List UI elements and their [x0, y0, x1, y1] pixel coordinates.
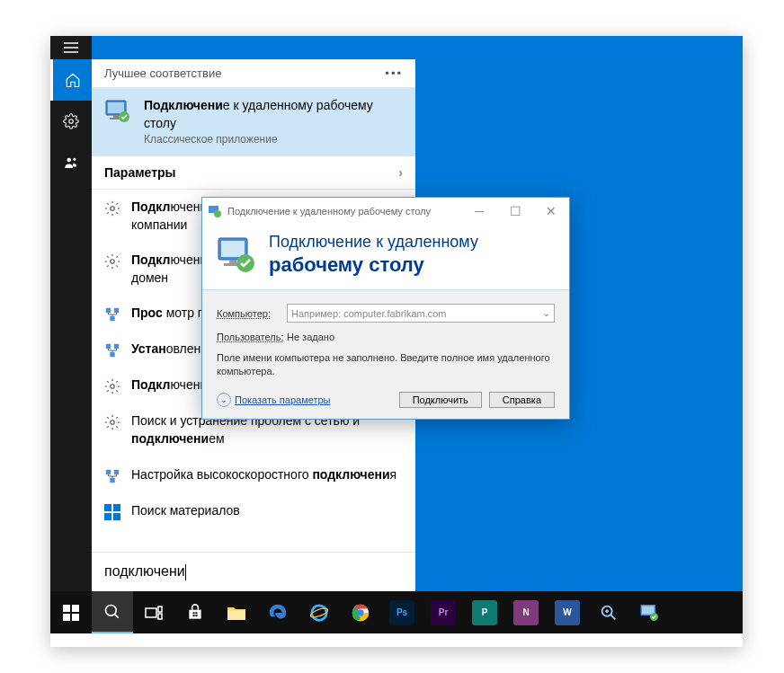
settings-icon: [104, 378, 120, 394]
svg-rect-15: [110, 352, 114, 357]
svg-point-36: [106, 605, 117, 615]
svg-rect-10: [106, 308, 111, 313]
ie-button[interactable]: [298, 591, 340, 633]
svg-point-26: [214, 210, 221, 217]
svg-rect-43: [193, 615, 195, 616]
svg-rect-20: [110, 477, 114, 482]
windows-store-icon: [104, 504, 120, 520]
settings-icon: [104, 306, 120, 323]
rdp-titlebar[interactable]: Подключение к удаленному рабочему столу …: [202, 198, 569, 225]
rdp-icon: [104, 97, 133, 126]
premiere-icon: Pr: [431, 600, 456, 625]
explorer-button[interactable]: [216, 591, 257, 633]
svg-line-51: [610, 615, 615, 619]
minimize-button[interactable]: ─: [461, 198, 497, 225]
edge-button[interactable]: [257, 591, 298, 633]
svg-rect-40: [158, 614, 162, 619]
chevron-down-circle-icon: ⌄: [217, 393, 231, 407]
svg-line-37: [115, 614, 119, 617]
svg-rect-29: [229, 260, 236, 263]
store-result-item[interactable]: Поиск материалов: [92, 493, 415, 529]
store-button[interactable]: [174, 591, 216, 633]
search-input-container: подключени: [92, 552, 415, 591]
rdp-taskbar-icon: [639, 602, 661, 624]
maximize-button[interactable]: ☐: [497, 198, 533, 225]
computer-placeholder: Например: computer.fabrikam.com: [291, 308, 447, 319]
magnifier-icon: [599, 603, 619, 623]
start-button[interactable]: [50, 591, 92, 633]
svg-rect-34: [63, 614, 70, 621]
rdp-body: Компьютер: Например: computer.fabrikam.c…: [202, 291, 569, 419]
chevron-down-icon: ⌄: [542, 307, 550, 319]
sidebar-settings[interactable]: [50, 101, 92, 142]
window-controls: ─ ☐ ✕: [461, 198, 569, 225]
premiere-button[interactable]: Pr: [423, 591, 464, 633]
hamburger-menu[interactable]: [50, 36, 92, 59]
svg-point-16: [111, 385, 115, 389]
computer-combobox[interactable]: Например: computer.fabrikam.com ⌄: [287, 304, 555, 323]
chrome-button[interactable]: [340, 591, 381, 633]
svg-rect-13: [106, 344, 111, 349]
rdp-title: Подключение к удаленному рабочему столу: [227, 206, 461, 217]
params-section-header[interactable]: Параметры ›: [92, 156, 415, 190]
svg-rect-21: [104, 504, 111, 511]
svg-point-1: [67, 158, 72, 163]
svg-rect-23: [104, 513, 111, 520]
photoshop-icon: Ps: [389, 600, 414, 625]
word-button[interactable]: W: [547, 591, 588, 633]
close-button[interactable]: ✕: [533, 198, 569, 225]
rdp-banner: Подключение к удаленному рабочему столу: [202, 225, 569, 289]
svg-point-2: [73, 158, 76, 161]
svg-point-9: [111, 260, 115, 264]
best-match-text: Подключение к удаленному рабочему столу …: [144, 97, 403, 147]
connect-button[interactable]: Подключить: [399, 392, 482, 408]
params-label: Параметры: [104, 165, 176, 180]
sidebar-home[interactable]: [50, 59, 92, 101]
onenote-button[interactable]: N: [505, 591, 547, 633]
svg-rect-35: [72, 614, 79, 621]
rdp-banner-icon: [215, 233, 258, 276]
settings-icon: [104, 414, 120, 430]
best-match-result[interactable]: Подключение к удаленному рабочему столу …: [92, 88, 415, 156]
taskbar: Ps Pr P N W: [50, 591, 743, 633]
onenote-icon: N: [513, 600, 539, 625]
computer-label: Компьютер:: [217, 308, 280, 319]
search-result-item[interactable]: Настройка высокоскоростного подключения: [92, 457, 415, 493]
svg-rect-22: [113, 504, 120, 511]
store-icon: [186, 604, 204, 622]
search-icon: [103, 603, 121, 621]
svg-rect-41: [193, 612, 195, 614]
window-frame: Лучшее соответствие ••• Подключение к уд…: [50, 36, 743, 647]
settings-icon: [104, 253, 120, 270]
rdp-info-text: Поле имени компьютера не заполнено. Введ…: [217, 351, 555, 379]
taskview-button[interactable]: [133, 591, 174, 633]
sidebar-people[interactable]: [50, 142, 92, 183]
svg-rect-18: [106, 469, 111, 474]
svg-rect-12: [110, 316, 114, 321]
magnifier-button[interactable]: [588, 591, 629, 633]
more-icon[interactable]: •••: [385, 66, 403, 80]
svg-rect-42: [195, 612, 197, 614]
ie-icon: [309, 603, 329, 623]
svg-point-0: [69, 120, 74, 124]
svg-rect-5: [113, 115, 119, 118]
photoshop-button[interactable]: Ps: [381, 591, 423, 633]
svg-rect-24: [113, 513, 120, 520]
svg-rect-28: [221, 241, 245, 257]
svg-rect-39: [158, 607, 162, 612]
search-input[interactable]: подключени: [104, 563, 403, 580]
show-options-link[interactable]: ⌄ Показать параметры: [217, 393, 392, 407]
publisher-button[interactable]: P: [464, 591, 505, 633]
svg-rect-4: [108, 102, 124, 113]
search-button[interactable]: [92, 591, 133, 633]
help-button[interactable]: Справка: [489, 392, 555, 408]
chevron-right-icon: ›: [398, 165, 403, 180]
result-text: Настройка высокоскоростного подключения: [131, 466, 396, 484]
svg-rect-19: [114, 469, 119, 474]
user-label: Пользователь:: [217, 332, 280, 342]
rdp-title-icon: [208, 204, 222, 218]
windows-icon: [63, 605, 79, 621]
rdp-taskbar-button[interactable]: [629, 591, 671, 633]
word-icon: W: [555, 600, 580, 625]
svg-rect-14: [114, 344, 119, 349]
